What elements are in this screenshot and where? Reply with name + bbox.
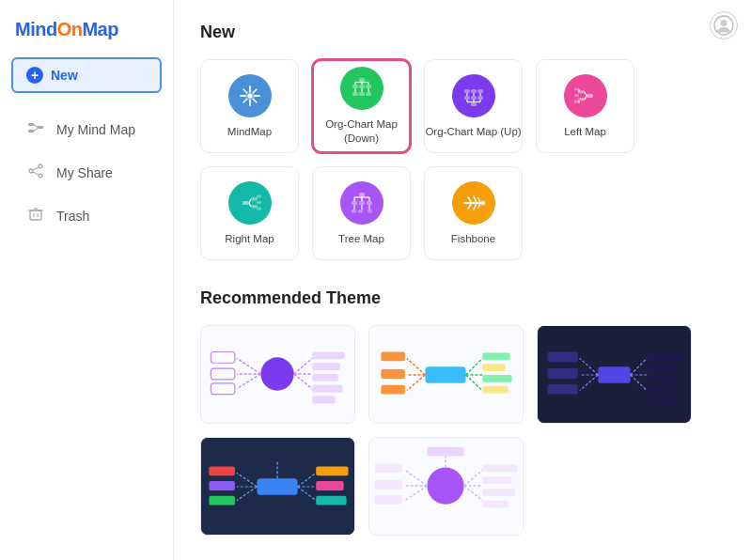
sidebar-item-my-share[interactable]: My Share — [8, 153, 165, 193]
svg-rect-117 — [381, 369, 405, 379]
logo: MindOnMap — [0, 9, 173, 57]
svg-rect-70 — [257, 207, 261, 210]
svg-point-16 — [721, 20, 728, 26]
fishbone-label: Fishbone — [451, 232, 495, 246]
svg-rect-44 — [477, 96, 483, 100]
sidebar-item-label: My Mind Map — [56, 122, 135, 137]
svg-rect-75 — [359, 201, 365, 205]
svg-line-9 — [33, 172, 39, 175]
svg-line-61 — [585, 92, 587, 96]
svg-rect-148 — [209, 466, 234, 475]
svg-line-91 — [474, 203, 477, 210]
new-button-label: New — [51, 68, 78, 83]
svg-line-26 — [253, 99, 257, 102]
svg-rect-30 — [366, 85, 371, 88]
theme-section-title: Recommended Theme — [200, 288, 725, 308]
share-icon — [26, 163, 45, 183]
theme-card-4[interactable] — [200, 437, 355, 536]
org-chart-down-icon — [340, 67, 383, 110]
svg-rect-141 — [647, 397, 677, 405]
svg-line-8 — [33, 167, 39, 170]
svg-rect-171 — [482, 476, 511, 484]
svg-rect-156 — [316, 496, 346, 506]
svg-rect-122 — [482, 352, 509, 360]
left-map-label: Left Map — [564, 125, 606, 139]
theme-card-3[interactable] — [537, 325, 692, 424]
theme-card-2[interactable] — [368, 325, 524, 424]
svg-rect-55 — [587, 94, 593, 98]
map-type-grid: MindMap — [200, 59, 725, 260]
svg-line-71 — [249, 199, 251, 203]
svg-rect-170 — [482, 464, 517, 472]
theme-card-5[interactable] — [368, 437, 524, 536]
new-button[interactable]: + New — [11, 57, 162, 93]
svg-rect-149 — [209, 481, 234, 490]
svg-rect-108 — [312, 374, 337, 381]
svg-rect-172 — [482, 489, 515, 496]
svg-line-4 — [34, 129, 38, 132]
svg-rect-27 — [359, 78, 365, 82]
svg-rect-0 — [28, 123, 34, 126]
trash-icon — [26, 206, 45, 226]
svg-rect-165 — [374, 480, 401, 490]
svg-rect-68 — [257, 194, 261, 197]
map-card-fishbone[interactable]: Fishbone — [424, 166, 523, 260]
map-card-org-chart-down[interactable]: Org-Chart Map(Down) — [312, 59, 411, 153]
svg-point-7 — [39, 174, 42, 178]
svg-rect-124 — [482, 375, 511, 382]
svg-point-158 — [427, 467, 463, 504]
sidebar: MindOnMap + New My Mind Map — [0, 0, 174, 560]
mind-map-icon — [26, 119, 45, 140]
svg-rect-154 — [316, 466, 348, 475]
svg-line-62 — [585, 96, 587, 100]
svg-rect-41 — [471, 102, 477, 106]
sidebar-item-trash[interactable]: Trash — [8, 196, 165, 236]
fishbone-icon — [452, 181, 495, 225]
svg-rect-2 — [38, 126, 43, 129]
svg-rect-106 — [312, 351, 344, 359]
svg-rect-43 — [471, 96, 477, 100]
tree-map-icon — [340, 181, 383, 225]
svg-rect-127 — [598, 366, 630, 383]
map-card-right-map[interactable]: Right Map — [200, 166, 299, 260]
svg-rect-77 — [352, 210, 356, 213]
org-chart-up-label: Org-Chart Map (Up) — [425, 125, 521, 139]
mindmap-label: MindMap — [227, 125, 272, 139]
svg-rect-47 — [477, 89, 483, 93]
svg-point-5 — [39, 164, 42, 168]
map-card-mindmap[interactable]: MindMap — [200, 59, 299, 153]
svg-line-24 — [253, 89, 257, 93]
theme-card-1[interactable] — [200, 325, 355, 424]
svg-rect-58 — [574, 87, 579, 90]
sidebar-item-my-mind-map[interactable]: My Mind Map — [8, 110, 165, 149]
svg-rect-60 — [574, 100, 579, 102]
main-content: New MindMap — [174, 0, 751, 560]
map-card-tree-map[interactable]: Tree Map — [312, 166, 411, 260]
sidebar-item-label: Trash — [56, 209, 89, 224]
svg-line-25 — [243, 99, 247, 102]
svg-line-72 — [249, 203, 251, 207]
right-map-icon — [228, 181, 272, 225]
svg-rect-57 — [578, 98, 585, 101]
org-chart-down-label: Org-Chart Map(Down) — [325, 117, 398, 146]
svg-rect-59 — [574, 94, 579, 97]
svg-rect-112 — [425, 366, 465, 383]
svg-line-23 — [243, 89, 247, 93]
svg-rect-28 — [352, 85, 358, 88]
svg-rect-79 — [368, 210, 372, 213]
map-card-left-map[interactable]: Left Map — [536, 59, 634, 153]
user-avatar[interactable] — [710, 11, 738, 39]
svg-rect-166 — [374, 495, 401, 505]
svg-rect-109 — [312, 385, 342, 393]
svg-rect-131 — [547, 351, 577, 362]
svg-rect-73 — [359, 193, 365, 196]
svg-rect-66 — [251, 197, 258, 201]
left-map-icon — [564, 74, 607, 117]
svg-rect-173 — [482, 501, 508, 508]
svg-rect-1 — [28, 130, 34, 132]
svg-rect-139 — [647, 374, 679, 382]
svg-rect-123 — [482, 364, 506, 371]
map-card-org-chart-up[interactable]: Org-Chart Map (Up) — [424, 59, 523, 153]
svg-rect-155 — [316, 481, 343, 490]
svg-line-3 — [34, 125, 38, 128]
